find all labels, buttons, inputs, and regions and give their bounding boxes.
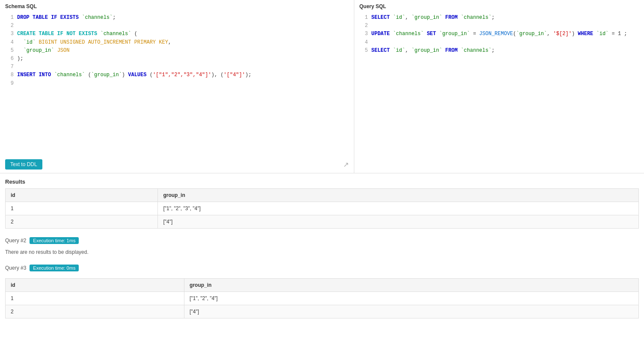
table-cell: 1 [6, 202, 158, 215]
query-2-label: Query #2 [5, 238, 26, 244]
query-panel-title: Query SQL [354, 3, 644, 12]
table-row: 2["4"] [6, 305, 639, 318]
query-3-label: Query #3 [5, 265, 26, 271]
results-title: Results [5, 179, 639, 185]
code-content: CREATE TABLE IF NOT EXISTS `channels` ( [17, 30, 349, 38]
line-number: 6 [5, 55, 14, 63]
table-header: group_in [158, 189, 639, 202]
code-line: 1SELECT `id`, `group_in` FROM `channels`… [359, 14, 639, 22]
line-number: 3 [359, 30, 368, 38]
query-2-execution-badge: Execution time: 1ms [30, 237, 79, 244]
results-section: Results idgroup_in1["1", "2", "3", "4"]2… [0, 173, 644, 318]
code-line: 9 [5, 80, 349, 88]
table-row: 2["4"] [6, 215, 639, 229]
table-cell: ["1", "2", "4"] [184, 292, 639, 305]
line-number: 9 [5, 80, 14, 88]
code-line: 2 [359, 22, 639, 30]
code-line: 4 [359, 39, 639, 47]
text-to-ddl-button[interactable]: Text to DDL [5, 159, 42, 170]
result-table-1: idgroup_in1["1", "2", "3", "4"]2["4"] [5, 188, 639, 229]
line-number: 2 [5, 22, 14, 30]
line-number: 1 [5, 14, 14, 22]
code-content: INSERT INTO `channels` (`group_in`) VALU… [17, 71, 349, 79]
query-3-execution-badge: Execution time: 0ms [30, 265, 79, 271]
code-line: 5 `group_in` JSON [5, 47, 349, 55]
code-line: 3CREATE TABLE IF NOT EXISTS `channels` ( [5, 30, 349, 38]
code-content [371, 22, 639, 30]
table-cell: ["1", "2", "3", "4"] [158, 202, 639, 215]
line-number: 8 [5, 71, 14, 79]
line-number: 7 [5, 63, 14, 71]
table-cell: 2 [6, 215, 158, 229]
schema-code-area[interactable]: 1DROP TABLE IF EXISTS `channels`;23CREAT… [0, 12, 354, 156]
code-line: 3UPDATE `channels` SET `group_in` = JSON… [359, 30, 639, 38]
expand-icon[interactable]: ↗ [343, 161, 349, 169]
code-content [17, 63, 349, 71]
code-line: 5SELECT `id`, `group_in` FROM `channels`… [359, 47, 639, 55]
code-content: UPDATE `channels` SET `group_in` = JSON_… [371, 30, 639, 38]
table-cell: ["4"] [158, 215, 639, 229]
line-number: 2 [359, 22, 368, 30]
line-number: 4 [5, 39, 14, 47]
query-3-block: Query #3 Execution time: 0ms [5, 263, 639, 273]
code-content: `id` BIGINT UNSIGNED AUTO_INCREMENT PRIM… [17, 39, 349, 47]
line-number: 3 [5, 30, 14, 38]
code-line: 6); [5, 55, 349, 63]
table-header: group_in [184, 279, 639, 292]
code-content: `group_in` JSON [17, 47, 349, 55]
code-content: SELECT `id`, `group_in` FROM `channels`; [371, 14, 639, 22]
code-line: 4 `id` BIGINT UNSIGNED AUTO_INCREMENT PR… [5, 39, 349, 47]
table-cell: 1 [6, 292, 184, 305]
code-line: 1DROP TABLE IF EXISTS `channels`; [5, 14, 349, 22]
query-panel: Query SQL 1SELECT `id`, `group_in` FROM … [354, 0, 644, 173]
line-number: 5 [359, 47, 368, 55]
code-line: 7 [5, 63, 349, 71]
table-cell: ["4"] [184, 305, 639, 318]
line-number: 1 [359, 14, 368, 22]
table-header: id [6, 189, 158, 202]
table-row: 1["1", "2", "4"] [6, 292, 639, 305]
code-content [371, 39, 639, 47]
schema-panel-title: Schema SQL [0, 3, 354, 12]
code-content [17, 80, 349, 88]
query-2-block: Query #2 Execution time: 1ms There are n… [5, 235, 639, 256]
line-number: 4 [359, 39, 368, 47]
result-table-2: idgroup_in1["1", "2", "4"]2["4"] [5, 278, 639, 318]
table-cell: 2 [6, 305, 184, 318]
line-number: 5 [5, 47, 14, 55]
code-content: SELECT `id`, `group_in` FROM `channels`; [371, 47, 639, 55]
code-line: 8INSERT INTO `channels` (`group_in`) VAL… [5, 71, 349, 79]
no-results-text: There are no results to be displayed. [5, 248, 639, 256]
schema-panel: Schema SQL 1DROP TABLE IF EXISTS `channe… [0, 0, 354, 173]
code-content: ); [17, 55, 349, 63]
code-content [17, 22, 349, 30]
table-header: id [6, 279, 184, 292]
code-line: 2 [5, 22, 349, 30]
query-code-area[interactable]: 1SELECT `id`, `group_in` FROM `channels`… [354, 12, 644, 173]
table-row: 1["1", "2", "3", "4"] [6, 202, 639, 215]
code-content: DROP TABLE IF EXISTS `channels`; [17, 14, 349, 22]
